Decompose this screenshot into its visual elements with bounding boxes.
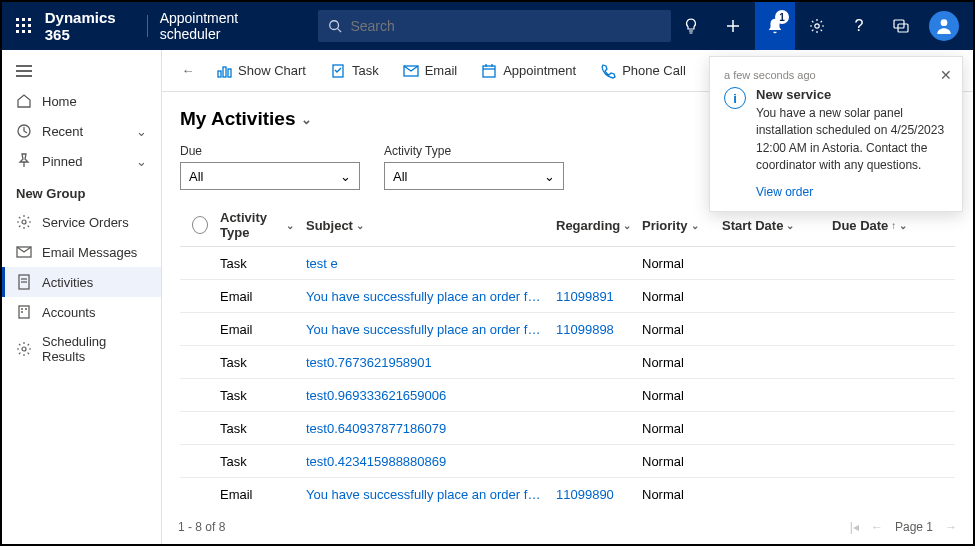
- chevron-down-icon: ⌄: [691, 220, 699, 231]
- table-row[interactable]: EmailYou have successfully place an orde…: [180, 478, 955, 510]
- nav-home[interactable]: Home: [2, 86, 161, 116]
- sidebar-group-label: New Group: [2, 176, 161, 207]
- chart-icon: [216, 63, 232, 79]
- table-row[interactable]: Tasktest0.640937877186079Normal: [180, 412, 955, 445]
- search-input[interactable]: [350, 18, 661, 34]
- pager: |◂ ← Page 1 →: [850, 520, 957, 534]
- filter-due-select[interactable]: All⌄: [180, 162, 360, 190]
- col-label: Activity Type: [220, 210, 283, 240]
- nav-service-orders[interactable]: Service Orders: [2, 207, 161, 237]
- notification-badge: 1: [775, 10, 789, 24]
- filter-type-select[interactable]: All⌄: [384, 162, 564, 190]
- notifications-button[interactable]: 1: [755, 2, 795, 50]
- nav-activities[interactable]: Activities: [2, 267, 161, 297]
- nav-recent[interactable]: Recent⌄: [2, 116, 161, 146]
- brand-label: Dynamics 365: [45, 9, 135, 43]
- chevron-down-icon: ⌄: [286, 220, 294, 231]
- nav-scheduling-results[interactable]: Scheduling Results: [2, 327, 161, 371]
- chevron-down-icon: ⌄: [786, 220, 794, 231]
- toast-timestamp: a few seconds ago: [724, 69, 948, 81]
- svg-point-16: [941, 19, 948, 26]
- col-activity-type[interactable]: Activity Type⌄: [214, 210, 300, 240]
- cell-regarding[interactable]: 11099891: [550, 289, 636, 304]
- table-row[interactable]: Tasktest0.7673621958901Normal: [180, 346, 955, 379]
- chevron-down-icon: ⌄: [544, 169, 555, 184]
- select-all[interactable]: [180, 210, 214, 240]
- cell-activity-type: Email: [214, 289, 300, 304]
- cell-regarding[interactable]: 11099898: [550, 322, 636, 337]
- cell-priority: Normal: [636, 421, 716, 436]
- chat-icon: [893, 18, 909, 34]
- col-subject[interactable]: Subject⌄: [300, 210, 550, 240]
- table-row[interactable]: EmailYou have successfully place an orde…: [180, 313, 955, 346]
- table-row[interactable]: Tasktest eNormal: [180, 247, 955, 280]
- cell-subject[interactable]: test0.7673621958901: [300, 355, 550, 370]
- filter-type-label: Activity Type: [384, 144, 564, 158]
- cmd-task[interactable]: Task: [320, 57, 389, 85]
- nav-recent-label: Recent: [42, 124, 83, 139]
- cell-subject[interactable]: test0.423415988880869: [300, 454, 550, 469]
- nav-email-messages[interactable]: Email Messages: [2, 237, 161, 267]
- svg-rect-33: [228, 69, 231, 77]
- svg-rect-3: [16, 24, 19, 27]
- table-row[interactable]: EmailYou have successfully place an orde…: [180, 280, 955, 313]
- next-page-button[interactable]: →: [945, 520, 957, 534]
- user-avatar[interactable]: [929, 11, 959, 41]
- settings-button[interactable]: [797, 2, 837, 50]
- first-page-button[interactable]: |◂: [850, 520, 859, 534]
- cmd-appointment[interactable]: Appointment: [471, 57, 586, 85]
- back-button[interactable]: ←: [174, 63, 202, 78]
- cell-priority: Normal: [636, 388, 716, 403]
- cmd-show-chart[interactable]: Show Chart: [206, 57, 316, 85]
- chat-button[interactable]: [881, 2, 921, 50]
- cmd-label: Phone Call: [622, 63, 686, 78]
- table-row[interactable]: Tasktest0.969333621659006Normal: [180, 379, 955, 412]
- filter-type-value: All: [393, 169, 407, 184]
- cmd-email[interactable]: Email: [393, 57, 468, 85]
- prev-page-button[interactable]: ←: [871, 520, 883, 534]
- cell-subject[interactable]: You have successfully place an order for…: [300, 289, 550, 304]
- col-priority[interactable]: Priority⌄: [636, 210, 716, 240]
- nav-pinned[interactable]: Pinned⌄: [2, 146, 161, 176]
- menu-icon: [16, 64, 32, 78]
- note-icon: [16, 274, 32, 290]
- table-row[interactable]: Tasktest0.423415988880869Normal: [180, 445, 955, 478]
- filter-activity-type: Activity Type All⌄: [384, 144, 564, 190]
- svg-line-10: [338, 29, 342, 33]
- sidebar-toggle[interactable]: [2, 56, 161, 86]
- col-regarding[interactable]: Regarding⌄: [550, 210, 636, 240]
- lightbulb-button[interactable]: [671, 2, 711, 50]
- col-start-date[interactable]: Start Date⌄: [716, 210, 826, 240]
- cell-priority: Normal: [636, 289, 716, 304]
- circle-icon: [192, 216, 208, 234]
- cell-activity-type: Task: [214, 355, 300, 370]
- cmd-label: Email: [425, 63, 458, 78]
- cell-activity-type: Task: [214, 454, 300, 469]
- view-selector[interactable]: My Activities⌄: [180, 108, 312, 130]
- svg-rect-6: [16, 30, 19, 33]
- cell-subject[interactable]: You have successfully place an order for…: [300, 487, 550, 502]
- nav-accounts[interactable]: Accounts: [2, 297, 161, 327]
- col-due-date[interactable]: Due Date↑ ⌄: [826, 210, 936, 240]
- toast-close-button[interactable]: ✕: [940, 67, 952, 83]
- activities-grid: Activity Type⌄ Subject⌄ Regarding⌄ Prior…: [180, 204, 955, 510]
- toast-body: You have a new solar panel installation …: [756, 105, 948, 175]
- cell-subject[interactable]: test0.640937877186079: [300, 421, 550, 436]
- toast-view-order-link[interactable]: View order: [756, 185, 813, 199]
- cell-subject[interactable]: test e: [300, 256, 550, 271]
- cell-subject[interactable]: test0.969333621659006: [300, 388, 550, 403]
- cell-regarding[interactable]: 11099890: [550, 487, 636, 502]
- app-name: Appointment scheduler: [160, 10, 289, 42]
- svg-rect-4: [22, 24, 25, 27]
- help-button[interactable]: ?: [839, 2, 879, 50]
- grid-body: Tasktest eNormalEmailYou have successful…: [180, 247, 955, 510]
- global-search[interactable]: [318, 10, 671, 42]
- cmd-phone-call[interactable]: Phone Call: [590, 57, 696, 85]
- col-label: Priority: [642, 218, 688, 233]
- app-launcher-button[interactable]: [10, 10, 39, 42]
- notification-toast: ✕ a few seconds ago i New service You ha…: [709, 56, 963, 212]
- toast-title: New service: [756, 87, 948, 102]
- cell-subject[interactable]: You have successfully place an order for…: [300, 322, 550, 337]
- gear-icon: [809, 18, 825, 34]
- add-button[interactable]: [713, 2, 753, 50]
